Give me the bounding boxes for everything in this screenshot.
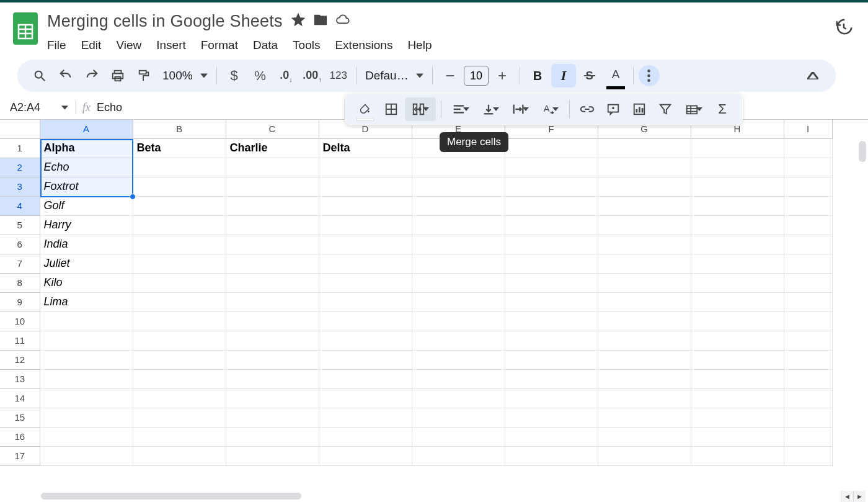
menu-file[interactable]: File bbox=[47, 38, 66, 52]
cell-I9[interactable] bbox=[784, 292, 832, 312]
cell-E13[interactable] bbox=[412, 369, 505, 388]
cell-F14[interactable] bbox=[505, 388, 598, 408]
cell-C15[interactable] bbox=[226, 408, 319, 427]
cell-C5[interactable] bbox=[226, 215, 319, 235]
row-header-13[interactable]: 13 bbox=[0, 369, 40, 388]
cell-C17[interactable] bbox=[226, 446, 319, 465]
font-family-select[interactable]: Defaul... bbox=[361, 69, 411, 83]
cell-F11[interactable] bbox=[505, 331, 598, 350]
menu-help[interactable]: Help bbox=[407, 38, 432, 52]
cell-A1[interactable]: Alpha bbox=[40, 138, 133, 158]
cell-A4[interactable]: Golf bbox=[40, 196, 133, 215]
bold-button[interactable]: B bbox=[525, 64, 550, 87]
cell-G5[interactable] bbox=[598, 215, 691, 235]
paint-format-button[interactable] bbox=[131, 64, 156, 87]
cell-F9[interactable] bbox=[505, 292, 598, 312]
cell-H1[interactable] bbox=[691, 138, 784, 158]
cell-F15[interactable] bbox=[505, 408, 598, 427]
menu-view[interactable]: View bbox=[116, 38, 141, 52]
cell-E5[interactable] bbox=[412, 215, 505, 235]
cell-F13[interactable] bbox=[505, 369, 598, 388]
cell-I17[interactable] bbox=[784, 446, 832, 465]
functions-button[interactable]: Σ bbox=[710, 97, 735, 121]
cell-C14[interactable] bbox=[226, 388, 319, 408]
menu-extensions[interactable]: Extensions bbox=[335, 38, 392, 52]
format-123-button[interactable]: 123 bbox=[326, 69, 351, 82]
cell-B11[interactable] bbox=[133, 331, 226, 350]
cell-G1[interactable] bbox=[598, 138, 691, 158]
move-icon[interactable] bbox=[314, 12, 327, 31]
vertical-scrollbar[interactable] bbox=[857, 120, 868, 467]
cell-B15[interactable] bbox=[133, 408, 226, 427]
cell-G6[interactable] bbox=[598, 235, 691, 254]
cell-I12[interactable] bbox=[784, 350, 832, 369]
cell-H7[interactable] bbox=[691, 254, 784, 273]
cell-D15[interactable] bbox=[319, 408, 412, 427]
cell-D1[interactable]: Delta bbox=[319, 138, 412, 158]
cell-I3[interactable] bbox=[784, 177, 832, 196]
cell-G9[interactable] bbox=[598, 292, 691, 312]
cell-C8[interactable] bbox=[226, 273, 319, 292]
font-dropdown[interactable] bbox=[412, 64, 427, 87]
merge-cells-button[interactable] bbox=[405, 97, 436, 121]
cell-B7[interactable] bbox=[133, 254, 226, 273]
undo-button[interactable] bbox=[53, 64, 78, 87]
row-header-8[interactable]: 8 bbox=[0, 273, 40, 292]
select-all-corner[interactable] bbox=[0, 120, 40, 138]
cell-D10[interactable] bbox=[319, 312, 412, 331]
cell-H4[interactable] bbox=[691, 196, 784, 215]
cell-I5[interactable] bbox=[784, 215, 832, 235]
cell-G8[interactable] bbox=[598, 273, 691, 292]
cloud-status-icon[interactable] bbox=[336, 12, 350, 31]
cell-E8[interactable] bbox=[412, 273, 505, 292]
comment-button[interactable] bbox=[601, 97, 626, 121]
cell-C10[interactable] bbox=[226, 312, 319, 331]
toolbar-collapse-button[interactable] bbox=[807, 71, 818, 82]
cell-I16[interactable] bbox=[784, 427, 832, 446]
cell-C13[interactable] bbox=[226, 369, 319, 388]
text-rotation-button[interactable]: A bbox=[536, 97, 564, 121]
cell-B17[interactable] bbox=[133, 446, 226, 465]
cell-E10[interactable] bbox=[412, 312, 505, 331]
cell-C4[interactable] bbox=[226, 196, 319, 215]
cell-A11[interactable] bbox=[40, 331, 133, 350]
cell-H8[interactable] bbox=[691, 273, 784, 292]
table-view-button[interactable] bbox=[679, 97, 709, 121]
row-header-15[interactable]: 15 bbox=[0, 408, 40, 427]
cell-I13[interactable] bbox=[784, 369, 832, 388]
cell-A17[interactable] bbox=[40, 446, 133, 465]
cell-H13[interactable] bbox=[691, 369, 784, 388]
row-header-1[interactable]: 1 bbox=[0, 138, 40, 158]
cell-F6[interactable] bbox=[505, 235, 598, 254]
cell-A10[interactable] bbox=[40, 312, 133, 331]
cell-F3[interactable] bbox=[505, 177, 598, 196]
cell-F1[interactable] bbox=[505, 138, 598, 158]
toolbar-more-button[interactable] bbox=[639, 65, 660, 86]
cell-I7[interactable] bbox=[784, 254, 832, 273]
cell-G17[interactable] bbox=[598, 446, 691, 465]
cell-I14[interactable] bbox=[784, 388, 832, 408]
cell-C9[interactable] bbox=[226, 292, 319, 312]
link-button[interactable] bbox=[575, 97, 600, 121]
cell-H6[interactable] bbox=[691, 235, 784, 254]
cell-G16[interactable] bbox=[598, 427, 691, 446]
cell-B2[interactable] bbox=[133, 158, 226, 177]
cell-D9[interactable] bbox=[319, 292, 412, 312]
cell-G11[interactable] bbox=[598, 331, 691, 350]
cell-G15[interactable] bbox=[598, 408, 691, 427]
cell-H2[interactable] bbox=[691, 158, 784, 177]
zoom-dropdown[interactable] bbox=[197, 64, 211, 87]
cell-I15[interactable] bbox=[784, 408, 832, 427]
col-header-B[interactable]: B bbox=[133, 120, 226, 138]
cell-D3[interactable] bbox=[319, 177, 412, 196]
strikethrough-button[interactable]: S bbox=[577, 64, 602, 87]
cell-C6[interactable] bbox=[226, 235, 319, 254]
cell-E14[interactable] bbox=[412, 388, 505, 408]
cell-E2[interactable] bbox=[412, 158, 505, 177]
cell-D7[interactable] bbox=[319, 254, 412, 273]
cell-E4[interactable] bbox=[412, 196, 505, 215]
zoom-value[interactable]: 100% bbox=[157, 69, 195, 83]
cell-E7[interactable] bbox=[412, 254, 505, 273]
cell-H15[interactable] bbox=[691, 408, 784, 427]
font-size-input[interactable] bbox=[464, 66, 489, 86]
